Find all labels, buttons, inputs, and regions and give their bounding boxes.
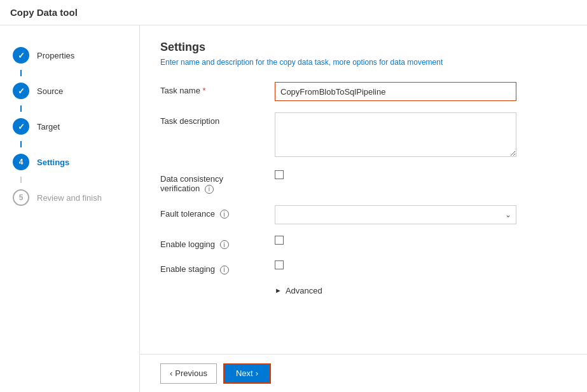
step-circle-properties (13, 47, 29, 64)
step-circle-settings: 4 (13, 154, 29, 170)
sidebar-item-review[interactable]: 5 Review and finish (0, 183, 139, 212)
step-connector-1 (20, 70, 22, 76)
enable-logging-row: Enable logging i (160, 236, 567, 250)
fault-tolerance-select[interactable] (275, 205, 516, 224)
step-number-settings: 4 (19, 158, 24, 166)
step-circle-target (13, 118, 29, 135)
fault-tolerance-label: Fault tolerance i (160, 205, 275, 219)
fault-tolerance-row: Fault tolerance i ⌄ (160, 205, 567, 224)
title-bar: Copy Data tool (0, 0, 587, 25)
data-consistency-row: Data consistencyverification i (160, 170, 567, 194)
previous-icon: ‹ (170, 368, 172, 378)
task-name-row: Task name * (160, 82, 567, 101)
advanced-row[interactable]: ► Advanced (275, 286, 567, 295)
step-circle-review: 5 (13, 189, 29, 206)
sidebar-item-source[interactable]: Source (0, 76, 139, 105)
step-number-review: 5 (19, 193, 24, 202)
task-description-row: Task description (160, 112, 567, 159)
data-consistency-label: Data consistencyverification i (160, 170, 275, 194)
enable-staging-control (275, 260, 567, 271)
content-scrollable: Settings Enter name and description for … (140, 25, 587, 354)
sidebar: Properties Source Target 4 Settings 5 Re… (0, 25, 140, 392)
step-label-properties: Properties (37, 51, 74, 60)
step-label-review: Review and finish (37, 193, 102, 203)
sidebar-item-settings[interactable]: 4 Settings (0, 147, 139, 177)
content-area: Settings Enter name and description for … (140, 25, 587, 392)
step-connector-4 (20, 177, 22, 183)
sidebar-item-properties[interactable]: Properties (0, 41, 139, 70)
enable-logging-control (275, 236, 567, 247)
footer: ‹ Previous Next › (140, 354, 587, 392)
enable-staging-row: Enable staging i (160, 260, 567, 274)
data-consistency-info-icon[interactable]: i (205, 185, 214, 194)
section-title: Settings (160, 41, 567, 54)
fault-tolerance-select-wrapper: ⌄ (275, 205, 516, 224)
data-consistency-checkbox-row (275, 170, 567, 179)
fault-tolerance-info-icon[interactable]: i (220, 210, 229, 219)
enable-logging-checkbox[interactable] (275, 236, 284, 245)
task-description-input[interactable] (275, 112, 516, 157)
sidebar-item-target[interactable]: Target (0, 112, 139, 141)
required-marker: * (200, 86, 206, 95)
step-connector-3 (20, 141, 22, 147)
data-consistency-control (275, 170, 567, 179)
step-connector-2 (20, 105, 22, 112)
task-description-control (275, 112, 567, 159)
data-consistency-checkbox[interactable] (275, 170, 284, 179)
enable-staging-info-icon[interactable]: i (220, 266, 229, 274)
previous-label: Previous (175, 368, 207, 378)
step-label-target: Target (37, 122, 60, 132)
step-label-settings: Settings (37, 158, 69, 167)
step-circle-source (13, 83, 29, 99)
task-description-label: Task description (160, 112, 275, 126)
next-label: Next (236, 368, 253, 378)
next-icon: › (256, 368, 258, 378)
section-subtitle: Enter name and description for the copy … (160, 58, 567, 67)
task-name-control (275, 82, 567, 101)
previous-button[interactable]: ‹ Previous (160, 363, 217, 384)
task-name-input[interactable] (275, 82, 516, 101)
fault-tolerance-control: ⌄ (275, 205, 567, 224)
step-label-source: Source (37, 86, 63, 96)
task-name-label: Task name * (160, 82, 275, 95)
main-layout: Properties Source Target 4 Settings 5 Re… (0, 25, 587, 392)
chevron-right-icon: ► (275, 287, 282, 294)
enable-logging-label: Enable logging i (160, 236, 275, 250)
enable-logging-info-icon[interactable]: i (220, 240, 229, 249)
advanced-label: Advanced (286, 286, 322, 295)
next-button[interactable]: Next › (223, 363, 271, 384)
app-title: Copy Data tool (10, 7, 78, 18)
enable-staging-checkbox[interactable] (275, 260, 284, 269)
enable-staging-label: Enable staging i (160, 260, 275, 274)
